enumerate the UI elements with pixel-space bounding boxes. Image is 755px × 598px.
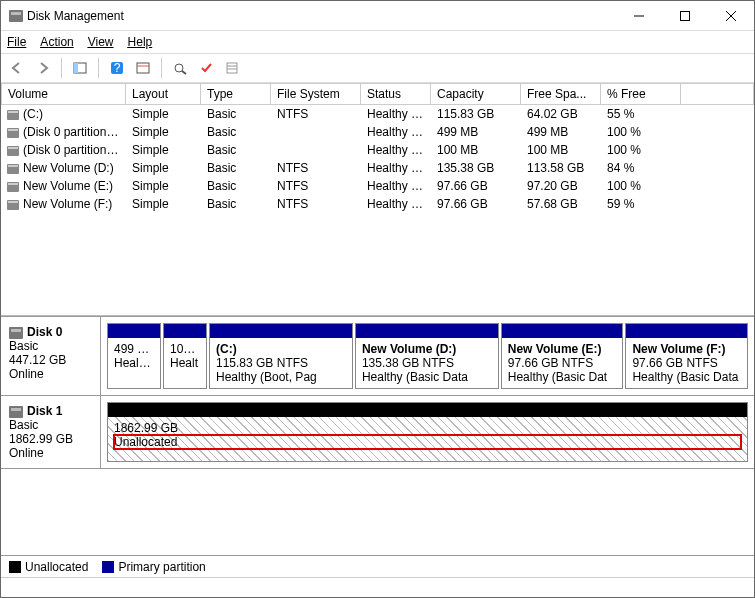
disk-graphical-view: Disk 0Basic447.12 GBOnline499 MBHealthy1… <box>1 316 754 555</box>
window-title: Disk Management <box>27 9 616 23</box>
table-row[interactable]: New Volume (F:)SimpleBasicNTFSHealthy (B… <box>1 195 754 213</box>
col-volume[interactable]: Volume <box>1 83 126 105</box>
column-headers: Volume Layout Type File System Status Ca… <box>1 83 754 105</box>
close-button[interactable] <box>708 1 754 31</box>
titlebar[interactable]: Disk Management <box>1 1 754 31</box>
legend-primary: Primary partition <box>102 560 205 574</box>
toolbar-separator <box>98 58 99 78</box>
partition[interactable]: (C:)115.83 GB NTFSHealthy (Boot, Pag <box>209 323 353 389</box>
partition[interactable]: New Volume (F:)97.66 GB NTFSHealthy (Bas… <box>625 323 748 389</box>
svg-rect-8 <box>137 63 149 73</box>
svg-point-10 <box>175 64 183 72</box>
swatch-primary <box>102 561 114 573</box>
swatch-unallocated <box>9 561 21 573</box>
partition[interactable]: New Volume (D:)135.38 GB NTFSHealthy (Ba… <box>355 323 499 389</box>
table-row[interactable]: (Disk 0 partition 1)SimpleBasicHealthy (… <box>1 123 754 141</box>
back-button[interactable] <box>5 56 29 80</box>
properties-button[interactable] <box>131 56 155 80</box>
svg-rect-5 <box>74 63 78 73</box>
menu-view[interactable]: View <box>88 35 114 49</box>
volume-icon <box>7 146 19 156</box>
disk-icon <box>9 327 23 339</box>
show-hide-console-button[interactable] <box>68 56 92 80</box>
volume-rows: (C:)SimpleBasicNTFSHealthy (B...115.83 G… <box>1 105 754 315</box>
volume-icon <box>7 110 19 120</box>
disk-row: Disk 1Basic1862.99 GBOnline1862.99 GBUna… <box>1 396 754 469</box>
menu-file[interactable]: File <box>7 35 26 49</box>
menubar: File Action View Help <box>1 31 754 53</box>
volume-icon <box>7 164 19 174</box>
help-button[interactable]: ? <box>105 56 129 80</box>
statusbar <box>1 577 754 597</box>
toolbar-separator <box>161 58 162 78</box>
svg-text:?: ? <box>114 61 121 75</box>
menu-help[interactable]: Help <box>128 35 153 49</box>
app-icon <box>9 10 23 22</box>
disk-management-window: Disk Management File Action View Help ? … <box>0 0 755 598</box>
menu-action[interactable]: Action <box>40 35 73 49</box>
toolbar-separator <box>61 58 62 78</box>
volume-list: Volume Layout Type File System Status Ca… <box>1 83 754 316</box>
disk-row: Disk 0Basic447.12 GBOnline499 MBHealthy1… <box>1 317 754 396</box>
col-spacer <box>681 83 754 105</box>
svg-rect-12 <box>227 63 237 73</box>
list-button[interactable] <box>220 56 244 80</box>
settings-button[interactable] <box>194 56 218 80</box>
maximize-button[interactable] <box>662 1 708 31</box>
legend-unallocated: Unallocated <box>9 560 88 574</box>
col-status[interactable]: Status <box>361 83 431 105</box>
forward-button[interactable] <box>31 56 55 80</box>
partition[interactable]: New Volume (E:)97.66 GB NTFSHealthy (Bas… <box>501 323 624 389</box>
svg-line-11 <box>182 71 186 74</box>
table-row[interactable]: New Volume (E:)SimpleBasicNTFSHealthy (B… <box>1 177 754 195</box>
partition[interactable]: 499 MBHealthy <box>107 323 161 389</box>
volume-icon <box>7 128 19 138</box>
legend: Unallocated Primary partition <box>1 555 754 577</box>
toolbar: ? <box>1 53 754 83</box>
partition-unallocated[interactable]: 1862.99 GBUnallocated <box>107 402 748 462</box>
disk-meta[interactable]: Disk 0Basic447.12 GBOnline <box>1 317 101 395</box>
col-filesystem[interactable]: File System <box>271 83 361 105</box>
minimize-button[interactable] <box>616 1 662 31</box>
disk-meta[interactable]: Disk 1Basic1862.99 GBOnline <box>1 396 101 468</box>
refresh-button[interactable] <box>168 56 192 80</box>
volume-icon <box>7 200 19 210</box>
volume-icon <box>7 182 19 192</box>
table-row[interactable]: New Volume (D:)SimpleBasicNTFSHealthy (B… <box>1 159 754 177</box>
disk-icon <box>9 406 23 418</box>
col-pctfree[interactable]: % Free <box>601 83 681 105</box>
col-layout[interactable]: Layout <box>126 83 201 105</box>
table-row[interactable]: (C:)SimpleBasicNTFSHealthy (B...115.83 G… <box>1 105 754 123</box>
partition[interactable]: 100 MHealt <box>163 323 207 389</box>
col-capacity[interactable]: Capacity <box>431 83 521 105</box>
col-type[interactable]: Type <box>201 83 271 105</box>
svg-rect-1 <box>681 11 690 20</box>
col-freespace[interactable]: Free Spa... <box>521 83 601 105</box>
table-row[interactable]: (Disk 0 partition 2)SimpleBasicHealthy (… <box>1 141 754 159</box>
